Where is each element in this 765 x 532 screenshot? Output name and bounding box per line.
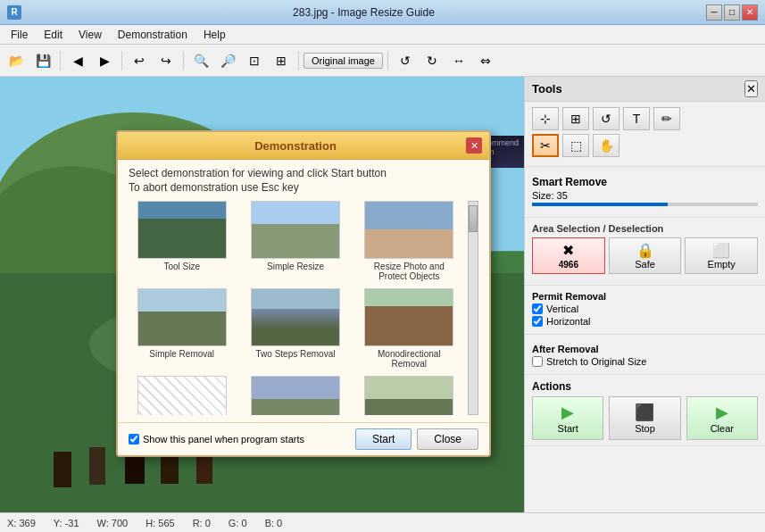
- status-b: B: 0: [265, 518, 283, 528]
- demo-item-simple-resize[interactable]: Simple Resize: [242, 201, 348, 281]
- toolbar-flip-h[interactable]: ↔: [446, 48, 471, 73]
- menu-bar: File Edit View Demonstration Help: [0, 25, 765, 45]
- tool-icons-section: ⊹ ⊞ ↺ T ✏ ✂ ⬚ ✋: [525, 102, 765, 167]
- menu-view[interactable]: View: [71, 27, 109, 43]
- area-btn-4966[interactable]: ✖ 4966: [532, 237, 605, 274]
- tools-header: Tools ✕: [525, 77, 765, 102]
- actions-label: Actions: [532, 380, 758, 393]
- toolbar-undo[interactable]: ↩: [127, 48, 152, 73]
- toolbar-back[interactable]: ◀: [65, 48, 90, 73]
- stretch-checkbox-label[interactable]: Stretch to Original Size: [532, 356, 758, 367]
- action-clear-button[interactable]: ▶ Clear: [686, 396, 758, 440]
- demo-item-extra1[interactable]: [129, 376, 235, 415]
- demo-item-simple-removal[interactable]: Simple Removal: [129, 288, 235, 369]
- demo-scrollbar[interactable]: [468, 201, 478, 415]
- after-removal-label: After Removal: [532, 344, 758, 354]
- demo-item-monodirectional[interactable]: MonodirectionalRemoval: [356, 288, 462, 369]
- horizontal-checkbox[interactable]: [532, 316, 543, 327]
- demonstration-dialog: Demonstration ✕ Select demonstration for…: [116, 130, 491, 457]
- demo-item-resize-photo[interactable]: Resize Photo andProtect Objects: [356, 201, 462, 281]
- red-x-icon: ✖: [535, 242, 603, 259]
- demo-grid-container: Tool Size Simple Resize Resize Photo and…: [129, 201, 478, 415]
- dialog-footer: Show this panel when program starts Star…: [118, 422, 489, 455]
- tools-panel: Tools ✕ ⊹ ⊞ ↺ T ✏ ✂ ⬚ ✋ Smart Remove Siz…: [524, 77, 765, 512]
- svg-rect-6: [89, 447, 105, 485]
- tool-grid[interactable]: ⊞: [562, 107, 589, 130]
- toolbar-rotate-cw[interactable]: ↻: [420, 48, 445, 73]
- tools-title: Tools: [532, 82, 562, 96]
- dialog-close-button[interactable]: ✕: [466, 137, 482, 154]
- toolbar-flip-v[interactable]: ⇔: [473, 48, 498, 73]
- thumb-resize-photo: [364, 201, 453, 259]
- clear-icon: ▶: [691, 403, 753, 422]
- horizontal-checkbox-label[interactable]: Horizontal: [532, 316, 758, 327]
- tool-stamp[interactable]: ⬚: [562, 134, 589, 157]
- demo-scrollbar-thumb[interactable]: [469, 205, 478, 232]
- toolbar-forward[interactable]: ▶: [92, 48, 117, 73]
- toolbar-redo[interactable]: ↪: [154, 48, 179, 73]
- vertical-label: Vertical: [546, 303, 578, 314]
- dialog-start-button[interactable]: Start: [355, 428, 412, 450]
- toolbar-separator-2: [121, 51, 122, 71]
- area-btn-safe[interactable]: 🔒 Safe: [609, 237, 682, 274]
- demo-item-extra2[interactable]: [242, 376, 348, 415]
- show-panel-checkbox-label[interactable]: Show this panel when program starts: [129, 434, 304, 445]
- thumb-simple-resize: [251, 201, 340, 259]
- size-label: Size: 35: [532, 190, 758, 201]
- area-buttons: ✖ 4966 🔒 Safe ⬜ Empty: [532, 237, 758, 274]
- tools-close-button[interactable]: ✕: [744, 80, 758, 97]
- toolbar-separator-5: [387, 51, 388, 71]
- tool-hand[interactable]: ✋: [593, 134, 619, 157]
- tool-text[interactable]: T: [623, 107, 650, 130]
- clear-label: Clear: [711, 423, 734, 434]
- toolbar-zoom-out[interactable]: 🔎: [215, 48, 240, 73]
- action-start-button[interactable]: ▶ Start: [532, 396, 603, 440]
- toolbar-zoom-fit[interactable]: ⊡: [242, 48, 267, 73]
- demo-label-monodirectional: MonodirectionalRemoval: [378, 349, 441, 369]
- minimize-button[interactable]: ─: [706, 4, 722, 21]
- thumb-simple-removal: [137, 288, 227, 346]
- toolbar-zoom-in[interactable]: 🔍: [188, 48, 213, 73]
- status-r: R: 0: [193, 518, 211, 528]
- demo-label-simple-removal: Simple Removal: [149, 349, 214, 359]
- window-controls: ─ □ ✕: [706, 4, 758, 21]
- tool-icons-row1: ⊹ ⊞ ↺ T ✏: [532, 107, 758, 130]
- demo-item-two-steps[interactable]: Two Steps Removal: [242, 288, 348, 369]
- toolbar-open[interactable]: 📂: [4, 48, 29, 73]
- action-stop-button[interactable]: ⬛ Stop: [609, 396, 680, 440]
- toolbar-separator-3: [183, 51, 184, 71]
- vertical-checkbox-label[interactable]: Vertical: [532, 303, 758, 314]
- tool-pen[interactable]: ✏: [653, 107, 680, 130]
- show-panel-checkbox[interactable]: [129, 434, 139, 445]
- size-slider[interactable]: [532, 203, 758, 206]
- demo-label-two-steps: Two Steps Removal: [256, 349, 336, 359]
- toolbar-rotate-ccw[interactable]: ↺: [393, 48, 418, 73]
- dialog-close-btn[interactable]: Close: [417, 428, 478, 450]
- dialog-desc2: To abort demonstration use Esc key: [129, 181, 478, 194]
- toolbar-separator-1: [60, 51, 61, 71]
- menu-file[interactable]: File: [4, 27, 35, 43]
- stretch-checkbox[interactable]: [532, 356, 543, 367]
- thumb-monodirectional: [364, 288, 453, 346]
- image-canvas[interactable]: Recommend AppNee .com Demonstration ✕ Se…: [0, 77, 524, 512]
- close-button[interactable]: ✕: [742, 4, 758, 21]
- demo-item-tool-size[interactable]: Tool Size: [129, 201, 235, 281]
- tool-smart-remove-active[interactable]: ✂: [532, 134, 559, 157]
- toolbar-save[interactable]: 💾: [30, 48, 55, 73]
- demo-item-extra3[interactable]: [356, 376, 462, 415]
- menu-edit[interactable]: Edit: [37, 27, 70, 43]
- toolbar-zoom-sel[interactable]: ⊞: [269, 48, 294, 73]
- toolbar-original-image[interactable]: Original image: [304, 53, 383, 69]
- maximize-button[interactable]: □: [724, 4, 740, 21]
- vertical-checkbox[interactable]: [532, 303, 543, 314]
- menu-help[interactable]: Help: [196, 27, 233, 43]
- area-btn-empty[interactable]: ⬜ Empty: [685, 237, 758, 274]
- menu-demonstration[interactable]: Demonstration: [111, 27, 195, 43]
- after-removal-section: After Removal Stretch to Original Size: [525, 335, 765, 375]
- stop-icon: ⬛: [613, 403, 676, 422]
- tool-rotate[interactable]: ↺: [593, 107, 619, 130]
- status-g: G: 0: [229, 518, 247, 528]
- tool-icons-row2: ✂ ⬚ ✋: [532, 134, 758, 157]
- tool-select[interactable]: ⊹: [532, 107, 559, 130]
- status-h: H: 565: [146, 518, 174, 528]
